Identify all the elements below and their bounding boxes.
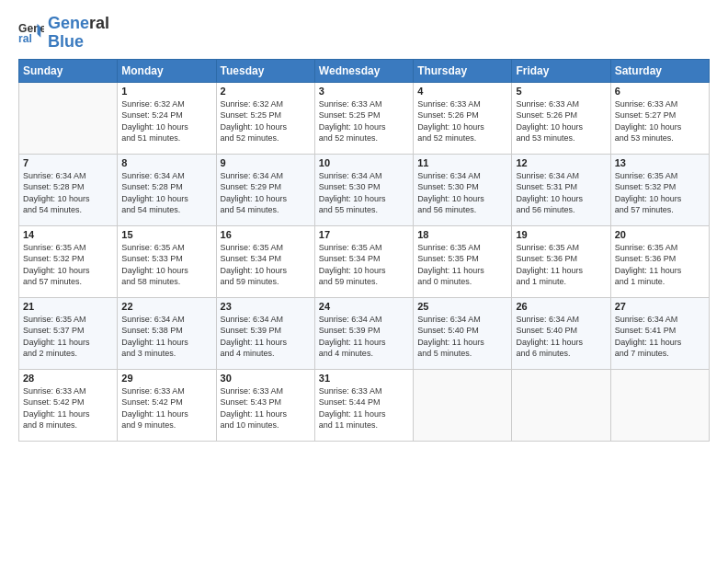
- column-header-tuesday: Tuesday: [216, 59, 314, 82]
- day-info: Sunrise: 6:34 AM Sunset: 5:40 PM Dayligh…: [417, 314, 507, 360]
- day-number: 5: [516, 86, 606, 97]
- day-info: Sunrise: 6:35 AM Sunset: 5:34 PM Dayligh…: [319, 242, 409, 288]
- calendar-cell: 25Sunrise: 6:34 AM Sunset: 5:40 PM Dayli…: [414, 297, 512, 369]
- logo: Gene ral GeneralBlue: [18, 15, 109, 52]
- day-number: 27: [615, 301, 705, 312]
- week-row-3: 14Sunrise: 6:35 AM Sunset: 5:32 PM Dayli…: [19, 225, 710, 297]
- day-info: Sunrise: 6:33 AM Sunset: 5:27 PM Dayligh…: [615, 98, 705, 144]
- day-info: Sunrise: 6:34 AM Sunset: 5:30 PM Dayligh…: [417, 170, 507, 216]
- svg-text:ral: ral: [18, 32, 32, 45]
- logo-icon: Gene ral: [18, 20, 44, 46]
- calendar-cell: 28Sunrise: 6:33 AM Sunset: 5:42 PM Dayli…: [19, 369, 118, 441]
- calendar-cell: 27Sunrise: 6:34 AM Sunset: 5:41 PM Dayli…: [610, 297, 709, 369]
- day-number: 30: [221, 373, 311, 384]
- calendar-cell: 29Sunrise: 6:33 AM Sunset: 5:42 PM Dayli…: [118, 369, 216, 441]
- day-number: 2: [221, 86, 311, 97]
- logo-text: GeneralBlue: [48, 15, 109, 52]
- calendar-cell: 23Sunrise: 6:34 AM Sunset: 5:39 PM Dayli…: [216, 297, 314, 369]
- day-number: 23: [221, 301, 311, 312]
- calendar-cell: [414, 369, 512, 441]
- day-info: Sunrise: 6:35 AM Sunset: 5:37 PM Dayligh…: [23, 314, 113, 360]
- calendar-cell: 31Sunrise: 6:33 AM Sunset: 5:44 PM Dayli…: [314, 369, 413, 441]
- day-info: Sunrise: 6:35 AM Sunset: 5:32 PM Dayligh…: [23, 242, 113, 288]
- column-header-wednesday: Wednesday: [314, 59, 413, 82]
- calendar-cell: 11Sunrise: 6:34 AM Sunset: 5:30 PM Dayli…: [414, 154, 512, 225]
- column-header-thursday: Thursday: [414, 59, 512, 82]
- day-number: 18: [417, 229, 507, 240]
- day-number: 14: [23, 229, 113, 240]
- calendar-cell: 14Sunrise: 6:35 AM Sunset: 5:32 PM Dayli…: [19, 225, 118, 297]
- calendar-cell: 16Sunrise: 6:35 AM Sunset: 5:34 PM Dayli…: [216, 225, 314, 297]
- column-header-monday: Monday: [118, 59, 216, 82]
- day-info: Sunrise: 6:33 AM Sunset: 5:26 PM Dayligh…: [417, 98, 507, 144]
- day-info: Sunrise: 6:35 AM Sunset: 5:34 PM Dayligh…: [221, 242, 311, 288]
- day-number: 15: [121, 229, 211, 240]
- week-row-4: 21Sunrise: 6:35 AM Sunset: 5:37 PM Dayli…: [19, 297, 710, 369]
- day-info: Sunrise: 6:34 AM Sunset: 5:39 PM Dayligh…: [221, 314, 311, 360]
- day-info: Sunrise: 6:35 AM Sunset: 5:32 PM Dayligh…: [615, 170, 705, 216]
- day-info: Sunrise: 6:34 AM Sunset: 5:38 PM Dayligh…: [121, 314, 211, 360]
- week-row-1: 1Sunrise: 6:32 AM Sunset: 5:24 PM Daylig…: [19, 82, 710, 154]
- day-info: Sunrise: 6:35 AM Sunset: 5:35 PM Dayligh…: [417, 242, 507, 288]
- calendar-cell: [610, 369, 709, 441]
- calendar-cell: 2Sunrise: 6:32 AM Sunset: 5:25 PM Daylig…: [216, 82, 314, 154]
- calendar-cell: 1Sunrise: 6:32 AM Sunset: 5:24 PM Daylig…: [118, 82, 216, 154]
- day-number: 8: [121, 157, 211, 168]
- week-row-2: 7Sunrise: 6:34 AM Sunset: 5:28 PM Daylig…: [19, 154, 710, 225]
- calendar-cell: 9Sunrise: 6:34 AM Sunset: 5:29 PM Daylig…: [216, 154, 314, 225]
- calendar-cell: [512, 369, 610, 441]
- day-number: 6: [615, 86, 705, 97]
- day-number: 22: [121, 301, 211, 312]
- calendar-cell: 10Sunrise: 6:34 AM Sunset: 5:30 PM Dayli…: [314, 154, 413, 225]
- day-number: 7: [23, 157, 113, 168]
- calendar-cell: 30Sunrise: 6:33 AM Sunset: 5:43 PM Dayli…: [216, 369, 314, 441]
- day-info: Sunrise: 6:33 AM Sunset: 5:43 PM Dayligh…: [221, 385, 311, 431]
- day-number: 1: [121, 86, 211, 97]
- day-info: Sunrise: 6:33 AM Sunset: 5:25 PM Dayligh…: [319, 98, 409, 144]
- calendar-cell: 22Sunrise: 6:34 AM Sunset: 5:38 PM Dayli…: [118, 297, 216, 369]
- calendar-cell: 6Sunrise: 6:33 AM Sunset: 5:27 PM Daylig…: [610, 82, 709, 154]
- column-header-saturday: Saturday: [610, 59, 709, 82]
- day-info: Sunrise: 6:33 AM Sunset: 5:44 PM Dayligh…: [319, 385, 409, 431]
- day-number: 29: [121, 373, 211, 384]
- day-info: Sunrise: 6:33 AM Sunset: 5:42 PM Dayligh…: [121, 385, 211, 431]
- calendar-page: Gene ral GeneralBlue SundayMondayTuesday…: [0, 0, 728, 563]
- day-number: 10: [319, 157, 409, 168]
- calendar-cell: 26Sunrise: 6:34 AM Sunset: 5:40 PM Dayli…: [512, 297, 610, 369]
- calendar-cell: 12Sunrise: 6:34 AM Sunset: 5:31 PM Dayli…: [512, 154, 610, 225]
- logo-blue-text: Blue: [48, 32, 84, 51]
- calendar-cell: 7Sunrise: 6:34 AM Sunset: 5:28 PM Daylig…: [19, 154, 118, 225]
- calendar-cell: 4Sunrise: 6:33 AM Sunset: 5:26 PM Daylig…: [414, 82, 512, 154]
- header-row: SundayMondayTuesdayWednesdayThursdayFrid…: [19, 59, 710, 82]
- day-info: Sunrise: 6:32 AM Sunset: 5:24 PM Dayligh…: [121, 98, 211, 144]
- day-number: 21: [23, 301, 113, 312]
- day-number: 24: [319, 301, 409, 312]
- day-info: Sunrise: 6:35 AM Sunset: 5:33 PM Dayligh…: [121, 242, 211, 288]
- day-info: Sunrise: 6:34 AM Sunset: 5:41 PM Dayligh…: [615, 314, 705, 360]
- calendar-cell: 15Sunrise: 6:35 AM Sunset: 5:33 PM Dayli…: [118, 225, 216, 297]
- day-number: 9: [221, 157, 311, 168]
- day-info: Sunrise: 6:34 AM Sunset: 5:40 PM Dayligh…: [516, 314, 606, 360]
- day-number: 19: [516, 229, 606, 240]
- week-row-5: 28Sunrise: 6:33 AM Sunset: 5:42 PM Dayli…: [19, 369, 710, 441]
- column-header-sunday: Sunday: [19, 59, 118, 82]
- calendar-cell: 5Sunrise: 6:33 AM Sunset: 5:26 PM Daylig…: [512, 82, 610, 154]
- calendar-cell: 8Sunrise: 6:34 AM Sunset: 5:28 PM Daylig…: [118, 154, 216, 225]
- day-number: 13: [615, 157, 705, 168]
- day-number: 31: [319, 373, 409, 384]
- day-number: 25: [417, 301, 507, 312]
- day-info: Sunrise: 6:34 AM Sunset: 5:31 PM Dayligh…: [516, 170, 606, 216]
- calendar-cell: 13Sunrise: 6:35 AM Sunset: 5:32 PM Dayli…: [610, 154, 709, 225]
- day-number: 17: [319, 229, 409, 240]
- day-number: 11: [417, 157, 507, 168]
- day-number: 28: [23, 373, 113, 384]
- calendar-table: SundayMondayTuesdayWednesdayThursdayFrid…: [18, 59, 710, 442]
- day-number: 26: [516, 301, 606, 312]
- day-info: Sunrise: 6:34 AM Sunset: 5:28 PM Dayligh…: [121, 170, 211, 216]
- day-info: Sunrise: 6:34 AM Sunset: 5:29 PM Dayligh…: [221, 170, 311, 216]
- day-info: Sunrise: 6:35 AM Sunset: 5:36 PM Dayligh…: [516, 242, 606, 288]
- calendar-cell: [19, 82, 118, 154]
- column-header-friday: Friday: [512, 59, 610, 82]
- calendar-cell: 3Sunrise: 6:33 AM Sunset: 5:25 PM Daylig…: [314, 82, 413, 154]
- calendar-cell: 20Sunrise: 6:35 AM Sunset: 5:36 PM Dayli…: [610, 225, 709, 297]
